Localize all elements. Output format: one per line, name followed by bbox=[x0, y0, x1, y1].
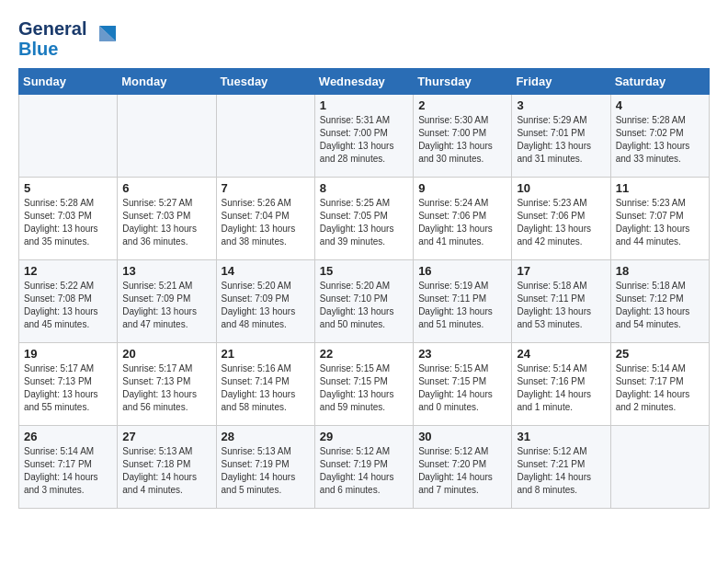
calendar-cell: 6Sunrise: 5:27 AM Sunset: 7:03 PM Daylig… bbox=[118, 178, 216, 260]
day-info: Sunrise: 5:30 AM Sunset: 7:00 PM Dayligh… bbox=[418, 114, 506, 166]
day-number: 24 bbox=[517, 347, 605, 361]
logo-blue: Blue bbox=[18, 39, 58, 59]
day-number: 23 bbox=[418, 347, 506, 361]
day-number: 9 bbox=[418, 181, 506, 195]
day-info: Sunrise: 5:29 AM Sunset: 7:01 PM Dayligh… bbox=[517, 114, 605, 166]
day-number: 3 bbox=[517, 98, 605, 112]
day-number: 15 bbox=[320, 264, 408, 278]
calendar-cell: 19Sunrise: 5:17 AM Sunset: 7:13 PM Dayli… bbox=[19, 343, 118, 426]
logo-general: General bbox=[18, 18, 86, 39]
day-number: 10 bbox=[517, 181, 605, 195]
calendar-cell: 9Sunrise: 5:24 AM Sunset: 7:06 PM Daylig… bbox=[414, 178, 512, 260]
day-number: 18 bbox=[616, 264, 704, 278]
calendar-table: SundayMondayTuesdayWednesdayThursdayFrid… bbox=[18, 68, 710, 509]
day-number: 20 bbox=[122, 347, 210, 361]
day-number: 11 bbox=[616, 181, 704, 195]
day-info: Sunrise: 5:14 AM Sunset: 7:17 PM Dayligh… bbox=[24, 445, 112, 497]
weekday-header-monday: Monday bbox=[118, 69, 216, 95]
weekday-header-tuesday: Tuesday bbox=[216, 69, 314, 95]
day-number: 2 bbox=[418, 98, 506, 112]
day-number: 31 bbox=[517, 430, 605, 443]
day-info: Sunrise: 5:28 AM Sunset: 7:03 PM Dayligh… bbox=[24, 197, 112, 248]
day-number: 25 bbox=[616, 347, 704, 361]
calendar-cell: 14Sunrise: 5:20 AM Sunset: 7:09 PM Dayli… bbox=[216, 260, 314, 343]
calendar-week-row: 26Sunrise: 5:14 AM Sunset: 7:17 PM Dayli… bbox=[19, 426, 710, 509]
day-info: Sunrise: 5:14 AM Sunset: 7:16 PM Dayligh… bbox=[517, 362, 605, 414]
calendar-cell: 16Sunrise: 5:19 AM Sunset: 7:11 PM Dayli… bbox=[414, 260, 512, 343]
day-number: 13 bbox=[122, 264, 210, 278]
day-info: Sunrise: 5:18 AM Sunset: 7:12 PM Dayligh… bbox=[616, 280, 704, 331]
calendar-week-row: 1Sunrise: 5:31 AM Sunset: 7:00 PM Daylig… bbox=[19, 95, 710, 178]
day-number: 17 bbox=[517, 264, 605, 278]
day-info: Sunrise: 5:23 AM Sunset: 7:07 PM Dayligh… bbox=[616, 197, 704, 248]
day-number: 7 bbox=[222, 181, 310, 195]
calendar-cell: 7Sunrise: 5:26 AM Sunset: 7:04 PM Daylig… bbox=[216, 178, 314, 260]
calendar-cell: 1Sunrise: 5:31 AM Sunset: 7:00 PM Daylig… bbox=[314, 95, 413, 178]
day-number: 21 bbox=[222, 347, 310, 361]
day-info: Sunrise: 5:20 AM Sunset: 7:09 PM Dayligh… bbox=[222, 280, 310, 331]
calendar-cell: 22Sunrise: 5:15 AM Sunset: 7:15 PM Dayli… bbox=[314, 343, 413, 426]
calendar-week-row: 12Sunrise: 5:22 AM Sunset: 7:08 PM Dayli… bbox=[19, 260, 710, 343]
calendar-cell bbox=[610, 426, 709, 509]
calendar-cell: 25Sunrise: 5:14 AM Sunset: 7:17 PM Dayli… bbox=[610, 343, 709, 426]
calendar-cell: 12Sunrise: 5:22 AM Sunset: 7:08 PM Dayli… bbox=[19, 260, 118, 343]
day-info: Sunrise: 5:28 AM Sunset: 7:02 PM Dayligh… bbox=[616, 114, 704, 166]
weekday-header-row: SundayMondayTuesdayWednesdayThursdayFrid… bbox=[19, 69, 710, 95]
weekday-header-thursday: Thursday bbox=[414, 69, 512, 95]
day-number: 27 bbox=[122, 430, 210, 443]
day-info: Sunrise: 5:13 AM Sunset: 7:19 PM Dayligh… bbox=[222, 445, 310, 497]
calendar-cell: 11Sunrise: 5:23 AM Sunset: 7:07 PM Dayli… bbox=[610, 178, 709, 260]
day-info: Sunrise: 5:18 AM Sunset: 7:11 PM Dayligh… bbox=[517, 280, 605, 331]
calendar-cell bbox=[118, 95, 216, 178]
calendar-cell: 17Sunrise: 5:18 AM Sunset: 7:11 PM Dayli… bbox=[512, 260, 610, 343]
day-info: Sunrise: 5:24 AM Sunset: 7:06 PM Dayligh… bbox=[418, 197, 506, 248]
day-info: Sunrise: 5:17 AM Sunset: 7:13 PM Dayligh… bbox=[24, 362, 112, 414]
day-number: 12 bbox=[24, 264, 112, 278]
day-info: Sunrise: 5:12 AM Sunset: 7:21 PM Dayligh… bbox=[517, 445, 605, 497]
day-info: Sunrise: 5:17 AM Sunset: 7:13 PM Dayligh… bbox=[122, 362, 210, 414]
logo-icon bbox=[90, 21, 118, 49]
day-info: Sunrise: 5:27 AM Sunset: 7:03 PM Dayligh… bbox=[122, 197, 210, 248]
page-header: General Blue bbox=[18, 18, 710, 59]
day-info: Sunrise: 5:25 AM Sunset: 7:05 PM Dayligh… bbox=[320, 197, 408, 248]
day-info: Sunrise: 5:12 AM Sunset: 7:20 PM Dayligh… bbox=[418, 445, 506, 497]
calendar-cell: 31Sunrise: 5:12 AM Sunset: 7:21 PM Dayli… bbox=[512, 426, 610, 509]
day-number: 29 bbox=[320, 430, 408, 443]
day-info: Sunrise: 5:19 AM Sunset: 7:11 PM Dayligh… bbox=[418, 280, 506, 331]
calendar-cell: 3Sunrise: 5:29 AM Sunset: 7:01 PM Daylig… bbox=[512, 95, 610, 178]
calendar-cell: 20Sunrise: 5:17 AM Sunset: 7:13 PM Dayli… bbox=[118, 343, 216, 426]
calendar-cell: 21Sunrise: 5:16 AM Sunset: 7:14 PM Dayli… bbox=[216, 343, 314, 426]
day-info: Sunrise: 5:21 AM Sunset: 7:09 PM Dayligh… bbox=[122, 280, 210, 331]
day-info: Sunrise: 5:23 AM Sunset: 7:06 PM Dayligh… bbox=[517, 197, 605, 248]
day-number: 14 bbox=[222, 264, 310, 278]
day-info: Sunrise: 5:15 AM Sunset: 7:15 PM Dayligh… bbox=[320, 362, 408, 414]
day-number: 19 bbox=[24, 347, 112, 361]
day-number: 8 bbox=[320, 181, 408, 195]
calendar-cell: 27Sunrise: 5:13 AM Sunset: 7:18 PM Dayli… bbox=[118, 426, 216, 509]
logo: General Blue bbox=[18, 18, 118, 59]
weekday-header-saturday: Saturday bbox=[610, 69, 709, 95]
day-number: 28 bbox=[222, 430, 310, 443]
day-number: 16 bbox=[418, 264, 506, 278]
calendar-cell: 24Sunrise: 5:14 AM Sunset: 7:16 PM Dayli… bbox=[512, 343, 610, 426]
day-info: Sunrise: 5:26 AM Sunset: 7:04 PM Dayligh… bbox=[222, 197, 310, 248]
calendar-cell: 5Sunrise: 5:28 AM Sunset: 7:03 PM Daylig… bbox=[19, 178, 118, 260]
day-number: 1 bbox=[320, 98, 408, 112]
day-info: Sunrise: 5:15 AM Sunset: 7:15 PM Dayligh… bbox=[418, 362, 506, 414]
calendar-cell bbox=[19, 95, 118, 178]
calendar-cell bbox=[216, 95, 314, 178]
calendar-cell: 29Sunrise: 5:12 AM Sunset: 7:19 PM Dayli… bbox=[314, 426, 413, 509]
weekday-header-sunday: Sunday bbox=[19, 69, 118, 95]
day-number: 4 bbox=[616, 98, 704, 112]
calendar-cell: 18Sunrise: 5:18 AM Sunset: 7:12 PM Dayli… bbox=[610, 260, 709, 343]
calendar-cell: 8Sunrise: 5:25 AM Sunset: 7:05 PM Daylig… bbox=[314, 178, 413, 260]
day-number: 26 bbox=[24, 430, 112, 443]
day-number: 30 bbox=[418, 430, 506, 443]
day-info: Sunrise: 5:22 AM Sunset: 7:08 PM Dayligh… bbox=[24, 280, 112, 331]
calendar-cell: 13Sunrise: 5:21 AM Sunset: 7:09 PM Dayli… bbox=[118, 260, 216, 343]
day-info: Sunrise: 5:12 AM Sunset: 7:19 PM Dayligh… bbox=[320, 445, 408, 497]
calendar-week-row: 5Sunrise: 5:28 AM Sunset: 7:03 PM Daylig… bbox=[19, 178, 710, 260]
day-info: Sunrise: 5:20 AM Sunset: 7:10 PM Dayligh… bbox=[320, 280, 408, 331]
calendar-cell: 10Sunrise: 5:23 AM Sunset: 7:06 PM Dayli… bbox=[512, 178, 610, 260]
day-number: 6 bbox=[122, 181, 210, 195]
